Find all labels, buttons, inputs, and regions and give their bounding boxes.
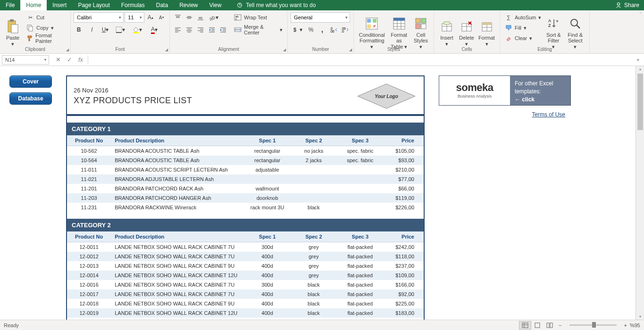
cell-desc[interactable]: LANDE NETBOX SOHO WALL RACK CABINET 12U xyxy=(111,271,243,280)
page-break-view-button[interactable] xyxy=(544,321,556,330)
copy-button[interactable]: Copy ▾ xyxy=(25,23,67,33)
cell-price[interactable]: $226,00 xyxy=(385,203,424,212)
align-bottom-button[interactable] xyxy=(195,12,206,23)
table-row[interactable]: 11-231BRANDORA RACKWINE Winerackrack mou… xyxy=(67,203,424,212)
cell-desc[interactable]: BRANDORA ACOUSTIC TABLE Ash xyxy=(111,146,243,156)
tab-insert[interactable]: Insert xyxy=(47,0,72,10)
cell-no[interactable]: 10-562 xyxy=(67,146,111,156)
cell-s1[interactable]: 400d xyxy=(243,299,292,308)
cell-s2[interactable] xyxy=(292,165,335,174)
cell-s2[interactable]: black xyxy=(292,308,335,318)
number-format-select[interactable]: General xyxy=(291,12,350,23)
fx-button[interactable]: fx xyxy=(75,55,86,65)
cell-price[interactable]: $237,00 xyxy=(385,261,424,271)
number-expand-icon[interactable]: ◢ xyxy=(349,48,352,52)
table-row[interactable]: 11-021BRANDORA ADJUSTABLE LECTERN Ash$77… xyxy=(67,174,424,184)
cell-s3[interactable]: flat-packed xyxy=(336,289,385,299)
align-top-button[interactable] xyxy=(173,12,183,23)
cell-desc[interactable]: BRANDORA PATCHCORD HANGER Ash xyxy=(111,193,243,203)
cell-desc[interactable]: LANDE NETBOX SOHO WALL RACK CABINET 12U xyxy=(111,308,243,318)
tell-me-search[interactable]: Tell me what you want to do xyxy=(236,2,316,8)
clear-button[interactable]: Clear ▾ xyxy=(503,33,543,43)
increase-indent-button[interactable] xyxy=(218,25,228,35)
align-left-button[interactable] xyxy=(173,25,183,35)
cell-s2[interactable] xyxy=(292,174,335,184)
cell-price[interactable]: $166,00 xyxy=(385,280,424,289)
tab-review[interactable]: Review xyxy=(174,0,203,10)
collapse-ribbon-icon[interactable]: ˇ xyxy=(640,12,641,17)
cell-desc[interactable]: LANDE NETBOX SOHO WALL RACK CABINET 7U xyxy=(111,242,243,252)
alignment-expand-icon[interactable]: ◢ xyxy=(283,48,286,52)
cell-s3[interactable]: spec. fabric xyxy=(336,146,385,156)
page-layout-view-button[interactable] xyxy=(531,321,544,330)
cell-s3[interactable] xyxy=(336,184,385,193)
cell-s3[interactable]: flat-packed xyxy=(336,280,385,289)
zoom-out-button[interactable]: − xyxy=(559,322,561,328)
cell-no[interactable]: 12-0019 xyxy=(67,308,111,318)
cell-desc[interactable]: BRANDORA ACOUSTIC SCRIPT LECTERN Ash xyxy=(111,165,243,174)
cell-price[interactable]: $93,00 xyxy=(385,156,424,165)
cover-button[interactable]: Cover xyxy=(9,75,52,88)
cell-s2[interactable]: black xyxy=(292,280,335,289)
cell-s1[interactable]: rectangular xyxy=(243,156,292,165)
clipboard-expand-icon[interactable]: ◢ xyxy=(66,48,69,52)
cell-no[interactable]: 11-201 xyxy=(67,184,111,193)
align-middle-button[interactable] xyxy=(184,12,194,23)
underline-button[interactable]: U ▾ xyxy=(100,25,110,35)
cell-price[interactable]: $77,00 xyxy=(385,174,424,184)
cell-no[interactable]: 12-0013 xyxy=(67,261,111,271)
cell-s2[interactable]: grey xyxy=(292,271,335,280)
cell-s1[interactable]: 400d xyxy=(243,252,292,261)
cell-price[interactable]: $119,00 xyxy=(385,193,424,203)
cell-s2[interactable]: black xyxy=(292,203,335,212)
cell-s3[interactable] xyxy=(336,193,385,203)
zoom-slider[interactable] xyxy=(569,324,617,326)
cell-no[interactable]: 12-0016 xyxy=(67,280,111,289)
bold-button[interactable]: B xyxy=(74,25,84,35)
cell-s3[interactable] xyxy=(336,174,385,184)
font-name-select[interactable]: Calibri xyxy=(74,12,124,23)
tab-page-layout[interactable]: Page Layout xyxy=(72,0,115,10)
cell-s1[interactable]: 400d xyxy=(243,271,292,280)
tab-formulas[interactable]: Formulas xyxy=(116,0,151,10)
cell-s2[interactable]: no jacks xyxy=(292,146,335,156)
table-row[interactable]: 12-0019LANDE NETBOX SOHO WALL RACK CABIN… xyxy=(67,308,424,318)
cell-price[interactable]: $225,00 xyxy=(385,299,424,308)
table-row[interactable]: 12-0011LANDE NETBOX SOHO WALL RACK CABIN… xyxy=(67,242,424,252)
decrease-decimal-button[interactable]: .00.0 xyxy=(340,25,350,35)
font-expand-icon[interactable]: ◢ xyxy=(165,48,168,52)
cell-s1[interactable]: rectangular xyxy=(243,146,292,156)
cell-s3[interactable]: flat-packed xyxy=(336,308,385,318)
terms-link[interactable]: Terms of Use xyxy=(439,111,571,118)
cell-price[interactable]: $242,00 xyxy=(385,242,424,252)
zoom-value[interactable]: %95 xyxy=(630,322,640,328)
cell-s2[interactable]: black xyxy=(292,299,335,308)
cell-no[interactable]: 11-021 xyxy=(67,174,111,184)
database-button[interactable]: Database xyxy=(9,92,52,105)
cell-price[interactable]: $210,00 xyxy=(385,165,424,174)
cell-no[interactable]: 12-0011 xyxy=(67,242,111,252)
cell-no[interactable]: 12-0018 xyxy=(67,299,111,308)
share-button[interactable]: Share xyxy=(615,2,639,8)
cell-s1[interactable] xyxy=(243,174,292,184)
tab-home[interactable]: Home xyxy=(20,0,47,10)
cell-s2[interactable]: black xyxy=(292,289,335,299)
cell-s3[interactable]: flat-packed xyxy=(336,261,385,271)
cell-no[interactable]: 12-0014 xyxy=(67,271,111,280)
cell-s3[interactable] xyxy=(336,203,385,212)
cell-no[interactable]: 12-0012 xyxy=(67,252,111,261)
zoom-in-button[interactable]: + xyxy=(624,322,627,328)
tab-file[interactable]: File xyxy=(0,0,20,10)
decrease-indent-button[interactable] xyxy=(207,25,217,35)
cell-s2[interactable]: grey xyxy=(292,252,335,261)
cell-s1[interactable]: 300d xyxy=(243,242,292,252)
table-row[interactable]: 12-0012LANDE NETBOX SOHO WALL RACK CABIN… xyxy=(67,252,424,261)
accounting-button[interactable]: $ ▾ xyxy=(291,25,305,35)
table-row[interactable]: 12-0016LANDE NETBOX SOHO WALL RACK CABIN… xyxy=(67,280,424,289)
cell-s2[interactable] xyxy=(292,184,335,193)
table-row[interactable]: 10-562BRANDORA ACOUSTIC TABLE Ashrectang… xyxy=(67,146,424,156)
format-painter-button[interactable]: Format Painter xyxy=(25,33,67,43)
cell-s1[interactable]: 400d xyxy=(243,308,292,318)
italic-button[interactable]: I xyxy=(87,25,97,35)
merge-center-button[interactable]: Merge & Center ▾ xyxy=(232,25,284,35)
